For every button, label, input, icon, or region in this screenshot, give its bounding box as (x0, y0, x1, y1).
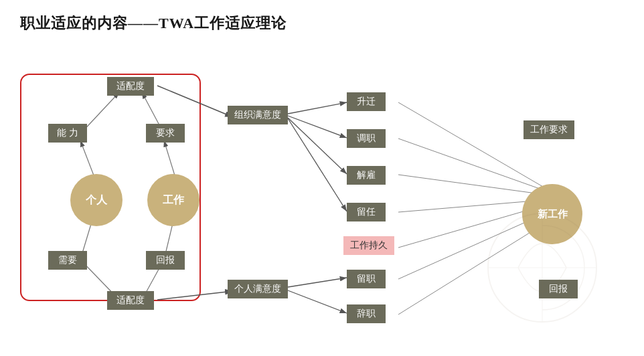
box-geren-manyidu: 个人满意度 (228, 280, 288, 298)
box-diaozhi: 调职 (347, 129, 386, 148)
box-jiegui: 解雇 (347, 166, 386, 185)
svg-line-19 (398, 139, 551, 193)
svg-line-18 (398, 102, 551, 191)
svg-line-17 (288, 290, 347, 313)
box-liuzhi: 留职 (347, 270, 386, 288)
box-gongzuoyaoqiu: 工作要求 (524, 120, 574, 139)
box-yaoqiu: 要求 (146, 124, 185, 143)
circle-geren: 个人 (70, 174, 123, 226)
diagram: 适配度 能 力 要求 需要 回报 适配度 组织满意度 个人满意度 升迁 调职 解… (20, 54, 623, 335)
box-xuyao: 需要 (48, 251, 87, 270)
svg-line-15 (288, 118, 347, 211)
page-title: 职业适应的内容——TWA工作适应理论 (20, 13, 624, 33)
box-nengli: 能 力 (48, 124, 87, 143)
main-container: 职业适应的内容——TWA工作适应理论 (0, 0, 644, 356)
svg-line-20 (398, 175, 551, 195)
box-shengqian: 升迁 (347, 92, 386, 111)
watermark-decoration (482, 207, 602, 328)
box-peidudo-top: 适配度 (107, 77, 154, 96)
svg-line-16 (288, 278, 347, 287)
box-peidudo-bottom: 适配度 (107, 291, 154, 310)
box-liuren: 留任 (347, 203, 386, 221)
box-cizhi: 辞职 (347, 304, 386, 323)
svg-line-13 (288, 116, 347, 138)
svg-line-14 (288, 118, 347, 174)
circle-gongzuo: 工作 (147, 174, 199, 226)
svg-line-12 (288, 102, 347, 114)
box-zuzhi: 组织满意度 (228, 106, 288, 124)
box-gongzuochijiu: 工作持久 (343, 236, 394, 255)
box-huibao: 回报 (146, 251, 185, 270)
